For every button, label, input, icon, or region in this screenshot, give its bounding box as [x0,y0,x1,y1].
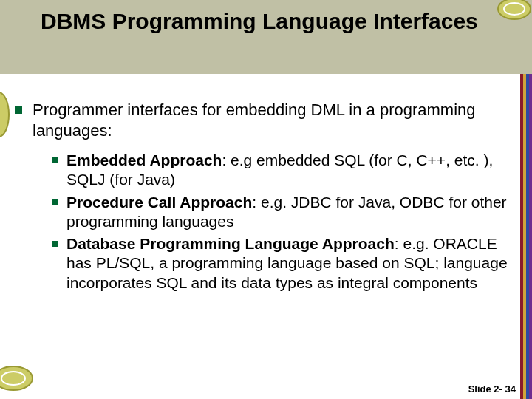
square-bullet-icon [15,106,22,114]
bullet-level2: Database Programming Language Approach: … [52,234,514,293]
bullet-level2: Embedded Approach: e.g embedded SQL (for… [52,151,514,190]
accent-stripe-4 [529,74,532,399]
corner-blob-bottom-left [0,362,37,396]
svg-point-3 [1,372,25,385]
bullet-level1-text: Programmer interfaces for embedding DML … [33,100,514,140]
bullet-level2-text: Procedure Call Approach: e.g. JDBC for J… [66,193,514,232]
bullet-level2-text: Database Programming Language Approach: … [66,234,514,293]
content-area: Programmer interfaces for embedding DML … [15,100,514,296]
bullet-lead: Database Programming Language Approach [66,235,395,252]
square-bullet-icon [52,157,58,163]
bullet-lead: Embedded Approach [66,151,222,168]
slide-number: Slide 2- 34 [468,383,516,395]
square-bullet-icon [52,241,58,247]
side-blob-left [0,89,12,140]
bullet-lead: Procedure Call Approach [66,194,252,211]
bullet-level2-text: Embedded Approach: e.g embedded SQL (for… [66,151,514,190]
square-bullet-icon [52,200,58,205]
bullet-level1: Programmer interfaces for embedding DML … [15,100,514,140]
svg-point-4 [0,92,9,137]
slide-title: DBMS Programming Language Interfaces [41,7,488,35]
sub-bullet-group: Embedded Approach: e.g embedded SQL (for… [52,151,514,293]
svg-point-2 [0,366,33,390]
bullet-level2: Procedure Call Approach: e.g. JDBC for J… [52,193,514,232]
